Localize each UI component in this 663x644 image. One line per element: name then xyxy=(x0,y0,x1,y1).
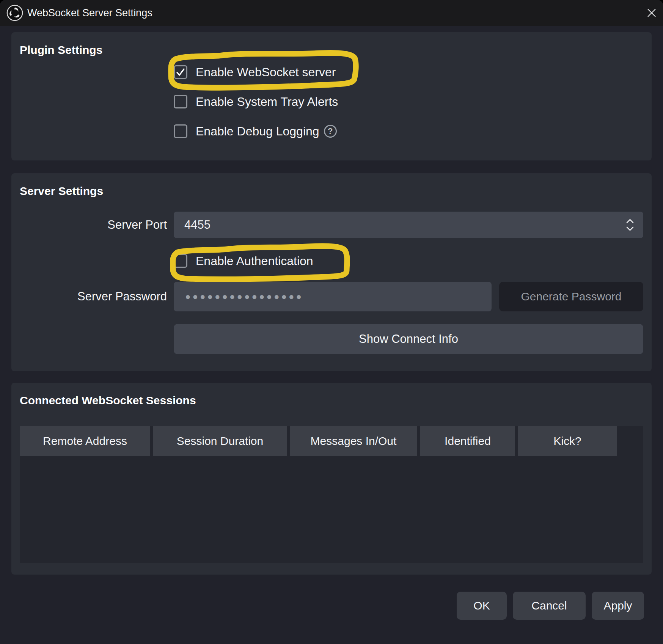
generate-password-button[interactable]: Generate Password xyxy=(499,282,643,311)
spinner-down-icon[interactable] xyxy=(625,226,635,231)
server-password-label: Server Password xyxy=(20,290,174,303)
obs-logo-icon xyxy=(6,4,24,22)
enable-debug-logging-row: Enable Debug Logging ? xyxy=(174,116,643,146)
ok-button[interactable]: OK xyxy=(457,592,507,620)
checkmark-icon xyxy=(176,67,185,77)
server-password-input[interactable]: ●●●●●●●●●●●●●●●● xyxy=(174,282,492,311)
port-spinner xyxy=(617,212,643,238)
enable-tray-alerts-row: Enable System Tray Alerts xyxy=(174,87,643,116)
plugin-settings-title: Plugin Settings xyxy=(20,43,643,57)
enable-websocket-server-checkbox[interactable] xyxy=(174,65,187,79)
sessions-table: Remote Address Session Duration Messages… xyxy=(20,426,643,563)
column-header-identified[interactable]: Identified xyxy=(420,426,515,456)
enable-websocket-server-row: Enable WebSocket server xyxy=(174,57,643,87)
connected-sessions-title: Connected WebSocket Sessions xyxy=(20,393,643,408)
server-port-row: Server Port xyxy=(20,212,643,238)
title-bar: WebSocket Server Settings xyxy=(0,0,663,26)
cancel-button[interactable]: Cancel xyxy=(513,592,586,620)
server-port-input[interactable] xyxy=(174,218,617,232)
websocket-settings-dialog: { "window": { "title": "WebSocket Server… xyxy=(0,0,663,644)
enable-authentication-row: Enable Authentication xyxy=(20,246,643,276)
column-header-kick[interactable]: Kick? xyxy=(518,426,617,456)
server-port-label: Server Port xyxy=(20,218,174,232)
dialog-footer: OK Cancel Apply xyxy=(0,592,663,620)
enable-authentication-checkbox[interactable] xyxy=(174,254,187,268)
show-connect-info-button[interactable]: Show Connect Info xyxy=(174,324,643,354)
column-header-session-duration[interactable]: Session Duration xyxy=(153,426,287,456)
show-connect-info-row: Show Connect Info xyxy=(174,324,643,354)
server-settings-group: Server Settings Server Port xyxy=(11,173,652,371)
sessions-table-body xyxy=(20,456,643,563)
enable-websocket-server-label: Enable WebSocket server xyxy=(196,65,336,79)
enable-debug-logging-label: Enable Debug Logging xyxy=(196,124,319,138)
window-title: WebSocket Server Settings xyxy=(27,7,152,19)
enable-authentication-label: Enable Authentication xyxy=(196,254,313,268)
spinner-up-icon[interactable] xyxy=(625,218,635,224)
help-icon[interactable]: ? xyxy=(324,125,337,138)
enable-tray-alerts-checkbox[interactable] xyxy=(174,95,187,108)
enable-debug-logging-checkbox[interactable] xyxy=(174,124,187,138)
connected-sessions-group: Connected WebSocket Sessions Remote Addr… xyxy=(11,383,652,575)
server-settings-title: Server Settings xyxy=(20,184,643,198)
column-header-messages-in-out[interactable]: Messages In/Out xyxy=(290,426,417,456)
close-icon xyxy=(646,7,657,19)
plugin-settings-group: Plugin Settings Enable WebSocket server … xyxy=(11,32,652,160)
close-button[interactable] xyxy=(640,0,663,26)
apply-button[interactable]: Apply xyxy=(592,592,644,620)
password-masked-value: ●●●●●●●●●●●●●●●● xyxy=(185,291,303,302)
server-port-input-wrap xyxy=(174,212,643,238)
sessions-table-header: Remote Address Session Duration Messages… xyxy=(20,426,643,456)
column-header-remote-address[interactable]: Remote Address xyxy=(20,426,150,456)
enable-tray-alerts-label: Enable System Tray Alerts xyxy=(196,95,338,109)
server-password-row: Server Password ●●●●●●●●●●●●●●●● Generat… xyxy=(20,282,643,311)
